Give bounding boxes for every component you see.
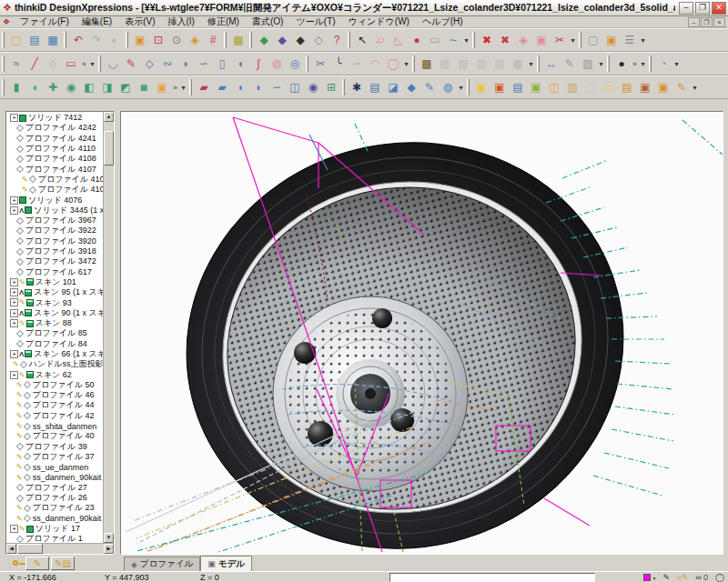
sketch-spline-icon[interactable]: ≈ (7, 55, 25, 74)
box-solid-icon[interactable]: ▣ (602, 31, 621, 50)
tree-horizontal-scrollbar[interactable]: ◀ ▶ (6, 543, 114, 554)
face-divide-icon[interactable]: ⊞ (322, 78, 340, 97)
tree-item[interactable]: ✎ss_shita_danmen (7, 421, 103, 431)
tab-model[interactable]: ▣ モデル (200, 556, 252, 571)
dropdown-arrow-icon[interactable]: ▾ (179, 78, 187, 97)
toolbar-grip[interactable] (537, 55, 540, 72)
view-shaded-icon[interactable]: ◆ (255, 31, 273, 50)
zoom-magnifier-icon[interactable]: ⊙ (167, 31, 186, 50)
tree-item[interactable]: ✎プロファイル 4102 (7, 185, 103, 195)
save-file-icon[interactable]: ▦ (44, 31, 62, 50)
toolbar-grip[interactable] (2, 55, 5, 72)
dropdown-arrow-icon[interactable]: ▾ (462, 31, 470, 50)
expand-plus-icon[interactable]: + (10, 288, 18, 296)
expand-plus-icon[interactable]: + (10, 206, 18, 215)
zoom-window-icon[interactable]: ⊡ (149, 31, 167, 50)
copy-object-icon[interactable]: ▣ (532, 31, 551, 50)
tree-item[interactable]: ✎ss_ue_danmen (7, 462, 103, 472)
dropdown-arrow-icon[interactable]: ▾ (88, 55, 96, 74)
texture-box-icon[interactable]: ▥ (472, 55, 490, 74)
surface-wave-icon[interactable]: ∾ (158, 55, 177, 74)
face-scoop-icon[interactable]: ◖ (231, 78, 249, 97)
curve-lasso-icon[interactable]: ◍ (268, 55, 286, 74)
tree-item[interactable]: ✎ハンドルss上面投影 (7, 359, 103, 369)
open-file-icon[interactable]: ▤ (25, 31, 44, 50)
tree-item[interactable]: プロファイル 4241 (7, 134, 103, 144)
select-face-icon[interactable]: ▱ (371, 31, 389, 50)
restore-button[interactable]: ❐ (695, 2, 710, 15)
dropdown-arrow-icon[interactable]: ▾ (639, 31, 647, 50)
curve-sweep-icon[interactable]: ╰ (329, 55, 348, 74)
texture-image-icon[interactable]: ▩ (418, 55, 436, 74)
face-pull-icon[interactable]: ◗ (249, 78, 268, 97)
toolbar-grip[interactable] (649, 55, 652, 72)
overflow-chevron-icon[interactable]: » (171, 78, 179, 97)
curve-s-line-icon[interactable]: ∫ (249, 55, 268, 74)
select-arrow-icon[interactable]: ↖ (353, 31, 371, 50)
scroll-left-button[interactable]: ◀ (6, 544, 16, 554)
sketch-rectangle-icon[interactable]: ▭ (62, 55, 80, 74)
texture-adjust-icon[interactable]: ▨ (436, 55, 454, 74)
tree-item[interactable]: +ソリッド 4076 (7, 195, 103, 205)
part-open-icon[interactable]: ▤ (509, 78, 527, 97)
tree-item[interactable]: プロファイル 4242 (7, 123, 103, 133)
dropdown-arrow-icon[interactable]: ▾ (402, 55, 410, 74)
toolbar-grip[interactable] (472, 32, 475, 48)
tree-item[interactable]: プロファイル 27 (7, 483, 103, 493)
toolbar-grip[interactable] (412, 55, 415, 72)
magnifier-icon[interactable]: ◯ (715, 573, 724, 582)
toolbar-grip[interactable] (64, 32, 66, 48)
tree-item[interactable]: プロファイル 4110 (7, 144, 103, 154)
face-delete-icon[interactable]: ▰ (195, 78, 213, 97)
render-material-sphere-icon[interactable]: ● (612, 55, 631, 74)
close-button[interactable]: ✕ (712, 2, 726, 15)
menu-item-i[interactable]: 挿入(I) (161, 15, 200, 28)
curve-offset-icon[interactable]: ◠ (366, 55, 384, 74)
tree-item[interactable]: +✎スキン 93 (7, 297, 103, 307)
line-style-button[interactable]: ✎ (662, 573, 670, 582)
feature-pen-icon[interactable]: ✎ (420, 78, 439, 97)
solid-sweep-icon[interactable]: ◉ (62, 78, 80, 97)
solid-box-2-icon[interactable]: ◨ (98, 78, 116, 97)
toolbar-grip[interactable] (189, 79, 192, 95)
overflow-chevron-icon[interactable]: » (631, 55, 639, 74)
expand-plus-icon[interactable]: + (10, 350, 18, 358)
tree-item[interactable]: ✎プロファイル 40 (7, 431, 103, 441)
tree-item[interactable]: プロファイル 3920 (7, 236, 103, 246)
menu-item-o[interactable]: 書式(O) (246, 15, 289, 28)
part-export-icon[interactable]: ▤ (618, 78, 636, 97)
expand-plus-icon[interactable]: + (10, 278, 18, 286)
select-edge-icon[interactable]: ◺ (389, 31, 408, 50)
trim-tool-icon[interactable]: ✂ (551, 31, 569, 50)
menu-item-e[interactable]: 編集(E) (76, 15, 118, 28)
part-reference-icon[interactable]: ▢ (581, 78, 600, 97)
tree-item[interactable]: +✎スキン 101 (7, 277, 103, 287)
part-new-icon[interactable]: ▣ (472, 78, 490, 97)
solid-revolve-icon[interactable]: ◖ (25, 78, 44, 97)
tree-item[interactable]: +✎ソリッド 17 (7, 524, 103, 534)
tree-item[interactable]: +Λソリッド 3445 (1 x (7, 206, 103, 216)
shading-adjust-icon[interactable]: ◔ (654, 55, 672, 74)
expand-plus-icon[interactable]: + (10, 319, 18, 327)
tree-item[interactable]: ✎プロファイル 23 (7, 503, 103, 513)
surface-blend-icon[interactable]: ∽ (195, 55, 213, 74)
toolbar-grip[interactable] (579, 32, 581, 48)
menu-item-m[interactable]: 修正(M) (201, 15, 246, 28)
toolbar-grip[interactable] (2, 32, 5, 48)
toolbar-grip[interactable] (98, 55, 101, 72)
dropdown-arrow-icon[interactable]: ▾ (691, 78, 699, 97)
mirror-view-icon[interactable]: ◐ (106, 31, 124, 50)
tree-item[interactable]: ✎プロファイル 4104 (7, 175, 103, 185)
dropdown-arrow-icon[interactable]: ▾ (597, 55, 605, 74)
expand-plus-icon[interactable]: + (10, 525, 18, 533)
texture-cylinder-icon[interactable]: ▦ (509, 55, 527, 74)
tree-item[interactable]: ✎プロファイル 37 (7, 452, 103, 462)
toolbar-grip[interactable] (467, 79, 470, 95)
menu-item-h[interactable]: ヘルプ(H) (416, 15, 470, 28)
feature-flag-icon[interactable]: ◪ (384, 78, 402, 97)
toolbar-grip[interactable] (249, 32, 252, 48)
zoom-extents-icon[interactable]: ◈ (186, 31, 204, 50)
toolbar-grip[interactable] (306, 55, 308, 72)
angle-snap-button[interactable]: ∞0 (695, 573, 707, 582)
dropdown-arrow-icon[interactable]: ▾ (527, 55, 535, 74)
